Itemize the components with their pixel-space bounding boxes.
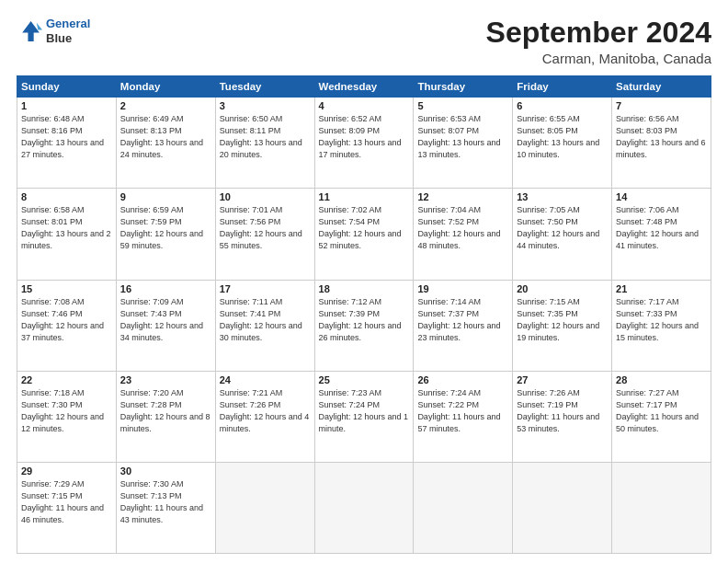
- day-number: 19: [417, 283, 508, 294]
- day-number: 16: [120, 283, 211, 294]
- day-number: 11: [319, 191, 410, 202]
- table-row: 10Sunrise: 7:01 AMSunset: 7:56 PMDayligh…: [215, 189, 314, 280]
- cell-info: Sunrise: 7:24 AMSunset: 7:22 PMDaylight:…: [417, 387, 508, 435]
- table-row: 6Sunrise: 6:55 AMSunset: 8:05 PMDaylight…: [513, 98, 612, 189]
- cell-info: Sunrise: 7:21 AMSunset: 7:26 PMDaylight:…: [220, 387, 311, 435]
- table-row: 16Sunrise: 7:09 AMSunset: 7:43 PMDayligh…: [116, 280, 215, 371]
- day-number: 23: [120, 374, 211, 385]
- day-number: 28: [616, 374, 707, 385]
- cell-info: Sunrise: 7:05 AMSunset: 7:50 PMDaylight:…: [517, 204, 608, 252]
- table-row: 12Sunrise: 7:04 AMSunset: 7:52 PMDayligh…: [414, 189, 513, 280]
- cell-info: Sunrise: 7:29 AMSunset: 7:15 PMDaylight:…: [21, 478, 112, 526]
- page: General Blue September 2024 Carman, Mani…: [0, 0, 728, 563]
- col-saturday: Saturday: [612, 76, 711, 98]
- table-row: 7Sunrise: 6:56 AMSunset: 8:03 PMDaylight…: [612, 98, 711, 189]
- day-number: 15: [21, 283, 112, 294]
- day-number: 2: [120, 100, 211, 111]
- day-number: 24: [220, 374, 311, 385]
- day-number: 27: [517, 374, 608, 385]
- cell-info: Sunrise: 7:18 AMSunset: 7:30 PMDaylight:…: [21, 387, 112, 435]
- cell-info: Sunrise: 6:55 AMSunset: 8:05 PMDaylight:…: [517, 113, 608, 161]
- table-row: 25Sunrise: 7:23 AMSunset: 7:24 PMDayligh…: [314, 371, 414, 462]
- day-number: 4: [319, 100, 410, 111]
- calendar-week-row: 15Sunrise: 7:08 AMSunset: 7:46 PMDayligh…: [17, 280, 711, 371]
- day-number: 7: [616, 100, 707, 111]
- table-row: 19Sunrise: 7:14 AMSunset: 7:37 PMDayligh…: [414, 280, 513, 371]
- cell-info: Sunrise: 7:15 AMSunset: 7:35 PMDaylight:…: [517, 296, 608, 344]
- cell-info: Sunrise: 6:53 AMSunset: 8:07 PMDaylight:…: [417, 113, 508, 161]
- table-row: 26Sunrise: 7:24 AMSunset: 7:22 PMDayligh…: [414, 371, 513, 462]
- table-row: 18Sunrise: 7:12 AMSunset: 7:39 PMDayligh…: [314, 280, 414, 371]
- calendar-week-row: 22Sunrise: 7:18 AMSunset: 7:30 PMDayligh…: [17, 371, 711, 462]
- cell-info: Sunrise: 6:56 AMSunset: 8:03 PMDaylight:…: [616, 113, 707, 161]
- table-row: 29Sunrise: 7:29 AMSunset: 7:15 PMDayligh…: [17, 462, 117, 553]
- table-row: 5Sunrise: 6:53 AMSunset: 8:07 PMDaylight…: [414, 98, 513, 189]
- day-number: 1: [21, 100, 112, 111]
- table-row: 21Sunrise: 7:17 AMSunset: 7:33 PMDayligh…: [612, 280, 711, 371]
- calendar-table: Sunday Monday Tuesday Wednesday Thursday…: [17, 75, 711, 554]
- day-number: 10: [220, 191, 311, 202]
- table-row: 20Sunrise: 7:15 AMSunset: 7:35 PMDayligh…: [513, 280, 612, 371]
- header: General Blue September 2024 Carman, Mani…: [17, 17, 711, 66]
- cell-info: Sunrise: 7:11 AMSunset: 7:41 PMDaylight:…: [220, 296, 311, 344]
- logo-line2: Blue: [46, 31, 90, 46]
- table-row: 11Sunrise: 7:02 AMSunset: 7:54 PMDayligh…: [314, 189, 414, 280]
- table-row: 17Sunrise: 7:11 AMSunset: 7:41 PMDayligh…: [215, 280, 314, 371]
- table-row: 1Sunrise: 6:48 AMSunset: 8:16 PMDaylight…: [17, 98, 117, 189]
- cell-info: Sunrise: 7:27 AMSunset: 7:17 PMDaylight:…: [616, 387, 707, 435]
- table-row: [314, 462, 414, 553]
- table-row: 13Sunrise: 7:05 AMSunset: 7:50 PMDayligh…: [513, 189, 612, 280]
- logo-line1: General: [46, 17, 90, 30]
- col-wednesday: Wednesday: [314, 76, 414, 98]
- table-row: 23Sunrise: 7:20 AMSunset: 7:28 PMDayligh…: [116, 371, 215, 462]
- table-row: [414, 462, 513, 553]
- day-number: 13: [517, 191, 608, 202]
- day-number: 20: [517, 283, 608, 294]
- cell-info: Sunrise: 6:52 AMSunset: 8:09 PMDaylight:…: [319, 113, 410, 161]
- logo-text: General Blue: [46, 17, 90, 45]
- svg-marker-1: [37, 22, 42, 29]
- cell-info: Sunrise: 7:06 AMSunset: 7:48 PMDaylight:…: [616, 204, 707, 252]
- table-row: 27Sunrise: 7:26 AMSunset: 7:19 PMDayligh…: [513, 371, 612, 462]
- day-number: 29: [21, 465, 112, 477]
- day-number: 8: [21, 191, 112, 202]
- col-friday: Friday: [513, 76, 612, 98]
- day-number: 17: [220, 283, 311, 294]
- cell-info: Sunrise: 7:04 AMSunset: 7:52 PMDaylight:…: [417, 204, 508, 252]
- cell-info: Sunrise: 6:50 AMSunset: 8:11 PMDaylight:…: [220, 113, 311, 161]
- table-row: 15Sunrise: 7:08 AMSunset: 7:46 PMDayligh…: [17, 280, 117, 371]
- title-block: September 2024 Carman, Manitoba, Canada: [486, 17, 711, 66]
- calendar-header-row: Sunday Monday Tuesday Wednesday Thursday…: [17, 76, 711, 98]
- table-row: 28Sunrise: 7:27 AMSunset: 7:17 PMDayligh…: [612, 371, 711, 462]
- location-title: Carman, Manitoba, Canada: [486, 51, 711, 66]
- day-number: 6: [517, 100, 608, 111]
- day-number: 9: [120, 191, 211, 202]
- cell-info: Sunrise: 7:23 AMSunset: 7:24 PMDaylight:…: [319, 387, 410, 435]
- cell-info: Sunrise: 7:20 AMSunset: 7:28 PMDaylight:…: [120, 387, 211, 435]
- table-row: 24Sunrise: 7:21 AMSunset: 7:26 PMDayligh…: [215, 371, 314, 462]
- day-number: 12: [417, 191, 508, 202]
- day-number: 5: [417, 100, 508, 111]
- calendar-week-row: 29Sunrise: 7:29 AMSunset: 7:15 PMDayligh…: [17, 462, 711, 553]
- table-row: 14Sunrise: 7:06 AMSunset: 7:48 PMDayligh…: [612, 189, 711, 280]
- cell-info: Sunrise: 7:09 AMSunset: 7:43 PMDaylight:…: [120, 296, 211, 344]
- svg-marker-0: [22, 21, 40, 41]
- col-sunday: Sunday: [17, 76, 117, 98]
- cell-info: Sunrise: 7:08 AMSunset: 7:46 PMDaylight:…: [21, 296, 112, 344]
- day-number: 25: [319, 374, 410, 385]
- logo: General Blue: [17, 17, 90, 45]
- calendar-week-row: 8Sunrise: 6:58 AMSunset: 8:01 PMDaylight…: [17, 189, 711, 280]
- cell-info: Sunrise: 6:59 AMSunset: 7:59 PMDaylight:…: [120, 204, 211, 252]
- col-tuesday: Tuesday: [215, 76, 314, 98]
- table-row: 8Sunrise: 6:58 AMSunset: 8:01 PMDaylight…: [17, 189, 117, 280]
- table-row: 22Sunrise: 7:18 AMSunset: 7:30 PMDayligh…: [17, 371, 117, 462]
- day-number: 14: [616, 191, 707, 202]
- table-row: [612, 462, 711, 553]
- cell-info: Sunrise: 7:12 AMSunset: 7:39 PMDaylight:…: [319, 296, 410, 344]
- cell-info: Sunrise: 7:14 AMSunset: 7:37 PMDaylight:…: [417, 296, 508, 344]
- table-row: 4Sunrise: 6:52 AMSunset: 8:09 PMDaylight…: [314, 98, 414, 189]
- col-thursday: Thursday: [414, 76, 513, 98]
- calendar-week-row: 1Sunrise: 6:48 AMSunset: 8:16 PMDaylight…: [17, 98, 711, 189]
- table-row: 3Sunrise: 6:50 AMSunset: 8:11 PMDaylight…: [215, 98, 314, 189]
- table-row: [215, 462, 314, 553]
